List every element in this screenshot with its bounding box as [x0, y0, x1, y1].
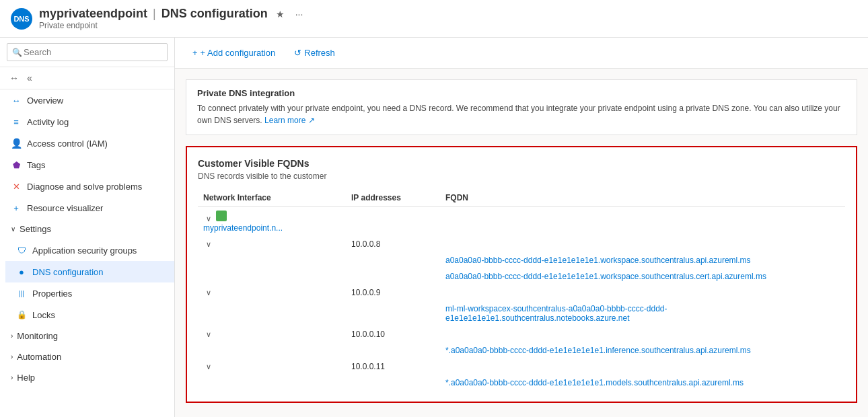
- settings-section-children: 🛡 Application security groups ● DNS conf…: [0, 239, 174, 326]
- ip-cell: 10.0.0.9: [346, 285, 440, 301]
- sidebar-item-resource-visualizer[interactable]: + Resource visualizer: [0, 197, 174, 219]
- add-config-label: + Add configuration: [201, 48, 276, 58]
- table-row: ∨ 10.0.0.9: [198, 285, 845, 301]
- fqdn-cell: ml-ml-workspacex-southcentralus-a0a0a0a0…: [440, 301, 845, 326]
- sidebar-item-access-control-label: Access control (IAM): [27, 139, 108, 149]
- search-wrapper: 🔍: [7, 43, 168, 61]
- sidebar-item-app-security-label: Application security groups: [32, 245, 137, 256]
- network-interface-cell: [198, 268, 346, 285]
- sidebar-item-dns-configuration[interactable]: ● DNS configuration: [5, 261, 174, 282]
- search-icon: 🔍: [12, 48, 22, 57]
- expand-row-0-button[interactable]: ∨: [203, 215, 214, 223]
- settings-section-label: Settings: [20, 224, 51, 234]
- fqdn-cell: [440, 358, 845, 375]
- sidebar-item-locks-label: Locks: [32, 310, 55, 320]
- collapse-sidebar-button[interactable]: «: [24, 71, 35, 85]
- network-interface-cell: ∨: [198, 285, 346, 301]
- ip-cell: [346, 375, 440, 391]
- sidebar-item-tags-label: Tags: [27, 160, 45, 170]
- table-row: *.a0a0a0a0-bbbb-cccc-dddd-e1e1e1e1e1e1.m…: [198, 375, 845, 391]
- fqdn-cell: *.a0a0a0a0-bbbb-cccc-dddd-e1e1e1e1e1e1.i…: [440, 342, 845, 358]
- ip-cell: [346, 207, 440, 237]
- sidebar-item-tags[interactable]: ⬟ Tags: [0, 154, 174, 176]
- help-section-header[interactable]: › Help: [0, 367, 174, 388]
- sidebar-item-diagnose[interactable]: ✕ Diagnose and solve problems: [0, 176, 174, 197]
- dns-integration-title: Private DNS integration: [197, 88, 846, 98]
- sidebar-item-activity-log-label: Activity log: [27, 117, 69, 127]
- sidebar: 🔍 ↔ « ↔ Overview ≡ Activity log 👤 Access…: [0, 38, 175, 417]
- ip-cell: [346, 301, 440, 326]
- table-row: ∨ 10.0.0.8: [198, 236, 845, 252]
- sidebar-item-locks[interactable]: 🔒 Locks: [5, 304, 174, 326]
- search-input[interactable]: [7, 43, 168, 61]
- content-body: Private DNS integration To connect priva…: [175, 69, 868, 414]
- table-row: ∨ 10.0.0.11: [198, 358, 845, 375]
- expand-row-1-button[interactable]: ∨: [203, 240, 214, 249]
- expand-row-4-button[interactable]: ∨: [203, 289, 214, 297]
- favorite-button[interactable]: ★: [273, 7, 287, 21]
- properties-icon: |||: [16, 288, 27, 299]
- fqdns-table: Network Interface IP addresses FQDN ∨: [198, 189, 845, 391]
- resource-type-label: Private endpoint: [39, 21, 305, 30]
- table-row: ml-ml-workspacex-southcentralus-a0a0a0a0…: [198, 301, 845, 326]
- network-interface-icon: [216, 211, 227, 221]
- fqdn-cell: *.a0a0a0a0-bbbb-cccc-dddd-e1e1e1e1e1e1.m…: [440, 375, 845, 391]
- network-interface-cell: ∨: [198, 326, 346, 342]
- network-interface-cell: ∨ myprivateendpoint.n...: [198, 207, 346, 237]
- refresh-button[interactable]: ↺ Refresh: [287, 44, 342, 61]
- fqdn-cell: [440, 236, 845, 252]
- diagnose-icon: ✕: [11, 181, 22, 192]
- network-interface-cell: ∨: [198, 358, 346, 375]
- fqdn-cell: a0a0a0a0-bbbb-cccc-dddd-e1e1e1e1e1e1.wor…: [440, 268, 845, 285]
- settings-section-header[interactable]: ∨ Settings: [0, 219, 174, 239]
- automation-section-header[interactable]: › Automation: [0, 346, 174, 367]
- sidebar-item-overview-label: Overview: [27, 96, 63, 106]
- learn-more-link[interactable]: Learn more ↗: [264, 116, 315, 125]
- sidebar-item-properties[interactable]: ||| Properties: [5, 282, 174, 304]
- network-interface-link[interactable]: myprivateendpoint.n...: [203, 223, 340, 233]
- dns-integration-section: Private DNS integration To connect priva…: [186, 79, 857, 135]
- col-header-network-interface: Network Interface: [198, 189, 346, 207]
- header-title-block: myprivateendpoint | DNS configuration ★ …: [39, 7, 305, 30]
- sidebar-item-app-security-groups[interactable]: 🛡 Application security groups: [5, 239, 174, 261]
- ip-cell: [346, 342, 440, 358]
- fqdns-box: Customer Visible FQDNs DNS records visib…: [186, 146, 857, 403]
- expand-row-8-button[interactable]: ∨: [203, 363, 214, 371]
- sidebar-item-properties-label: Properties: [32, 289, 72, 299]
- network-interface-cell: [198, 342, 346, 358]
- table-row: a0a0a0a0-bbbb-cccc-dddd-e1e1e1e1e1e1.wor…: [198, 252, 845, 268]
- tags-icon: ⬟: [11, 159, 22, 170]
- automation-chevron-icon: ›: [11, 353, 13, 361]
- locks-icon: 🔒: [16, 309, 27, 320]
- sidebar-controls: ↔ «: [0, 67, 174, 89]
- monitoring-section-header[interactable]: › Monitoring: [0, 326, 174, 346]
- network-interface-cell: ∨: [198, 236, 346, 252]
- access-control-icon: 👤: [11, 138, 22, 149]
- expand-row-6-button[interactable]: ∨: [203, 330, 214, 339]
- settings-chevron-icon: ∨: [11, 225, 15, 233]
- fqdn-cell: [440, 285, 845, 301]
- help-section-label: Help: [17, 373, 35, 383]
- table-header-row: Network Interface IP addresses FQDN: [198, 189, 845, 207]
- resource-visualizer-icon: +: [11, 202, 22, 213]
- more-options-button[interactable]: ···: [293, 7, 306, 21]
- sidebar-item-dns-label: DNS configuration: [32, 267, 104, 277]
- ip-cell: 10.0.0.10: [346, 326, 440, 342]
- ip-cell: [346, 268, 440, 285]
- forward-back-button[interactable]: ↔: [7, 71, 22, 85]
- sidebar-item-overview[interactable]: ↔ Overview: [0, 89, 174, 111]
- add-configuration-button[interactable]: + + Add configuration: [186, 44, 282, 61]
- sidebar-item-activity-log[interactable]: ≡ Activity log: [0, 111, 174, 132]
- fqdn-cell: [440, 207, 845, 237]
- resource-icon: DNS: [11, 8, 32, 30]
- main-layout: 🔍 ↔ « ↔ Overview ≡ Activity log 👤 Access…: [0, 38, 868, 417]
- sidebar-item-resource-visualizer-label: Resource visualizer: [27, 203, 103, 213]
- monitoring-chevron-icon: ›: [11, 332, 13, 340]
- fqdn-cell: [440, 326, 845, 342]
- table-row: ∨ myprivateendpoint.n...: [198, 207, 845, 237]
- network-interface-cell: [198, 301, 346, 326]
- content-toolbar: + + Add configuration ↺ Refresh: [175, 38, 868, 69]
- dns-integration-description: To connect privately with your private e…: [197, 102, 846, 126]
- sidebar-item-access-control[interactable]: 👤 Access control (IAM): [0, 132, 174, 154]
- refresh-label: Refresh: [304, 48, 335, 58]
